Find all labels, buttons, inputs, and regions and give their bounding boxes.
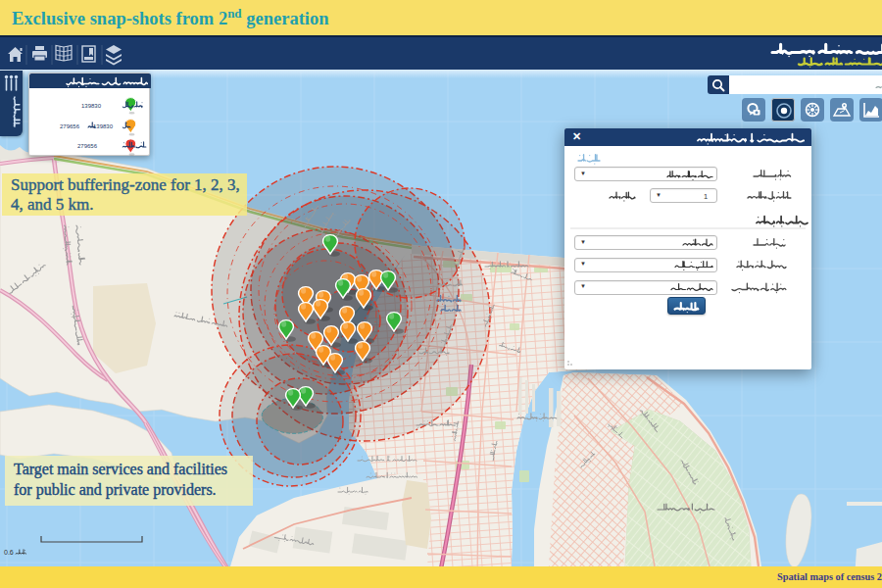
svg-text:279656: 279656 [60,123,80,129]
svg-text:1: 1 [704,192,708,201]
svg-text:139830: 139830 [93,123,114,129]
svg-text:0.6: 0.6 [4,549,14,556]
svg-text:139830: 139830 [81,103,102,109]
svg-text:279656: 279656 [77,143,98,149]
